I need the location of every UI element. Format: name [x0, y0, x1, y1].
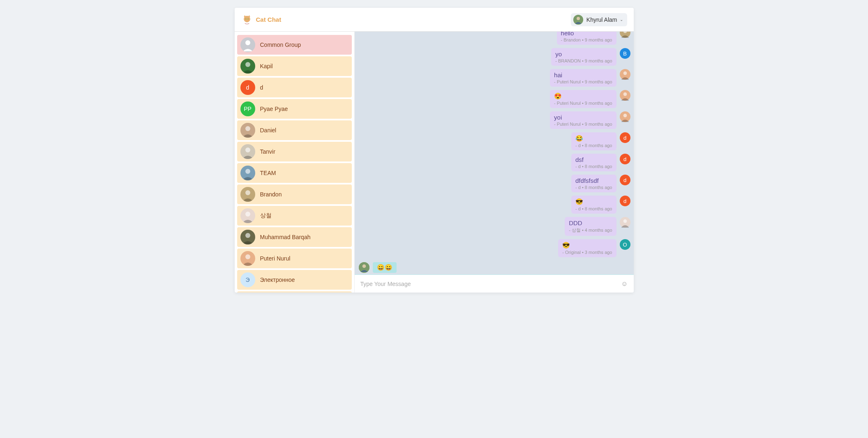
contact-name: Pyae Pyae [260, 106, 288, 112]
svg-point-2 [247, 18, 248, 19]
sidebar-item[interactable]: dd [237, 78, 352, 97]
message-bubble: dsf- d • 8 months ago [571, 154, 616, 171]
avatar [620, 90, 630, 101]
sidebar-item[interactable]: Brandon [237, 184, 352, 204]
message-text: hai [554, 71, 612, 78]
svg-point-11 [245, 212, 250, 217]
message-meta: - Puteri Nurul • 9 months ago [554, 101, 612, 106]
sidebar-item[interactable]: TEAM [237, 163, 352, 183]
svg-point-10 [245, 190, 250, 195]
message-row: dfdfsfsdf- d • 8 months agod [358, 175, 630, 192]
avatar [240, 208, 255, 223]
svg-point-13 [245, 254, 250, 259]
message-row: 😍- Puteri Nurul • 9 months ago [358, 90, 630, 108]
message-bubble: hai- Puteri Nurul • 9 months ago [550, 69, 616, 87]
message-input[interactable] [360, 281, 621, 287]
chevron-down-icon: ⌄ [620, 17, 623, 22]
header: Cat Chat Khyrul Alam ⌄ [235, 8, 634, 32]
message-row: 😂- d • 8 months agod [358, 132, 630, 150]
app-window: Cat Chat Khyrul Alam ⌄ Common GroupKapil… [235, 8, 634, 293]
sidebar-item[interactable]: Common Group [237, 35, 352, 55]
message-row: hai- Puteri Nurul • 9 months ago [358, 69, 630, 87]
message-bubble: dfdfsfsdf- d • 8 months ago [571, 175, 616, 192]
sidebar-item[interactable]: Kapil [237, 56, 352, 76]
avatar: PP [240, 101, 255, 116]
sidebar-item[interactable]: Daniel [237, 120, 352, 140]
avatar [620, 69, 630, 80]
message-bubble: DDD- 상철 • 4 months ago [565, 217, 616, 236]
message-meta: - Brandon • 9 months ago [561, 37, 612, 42]
sidebar-item[interactable]: 상철 [237, 206, 352, 226]
cat-logo-icon [241, 14, 253, 25]
message-bubble: yo- BRANDON • 9 months ago [551, 48, 616, 66]
avatar: O [620, 239, 630, 250]
contact-name: d [260, 84, 263, 91]
message-meta: - BRANDON • 9 months ago [555, 58, 612, 63]
svg-point-6 [245, 62, 250, 67]
svg-point-1 [245, 18, 246, 19]
message-bubble: 😎- Original • 3 months ago [558, 239, 616, 257]
message-meta: - Puteri Nurul • 9 months ago [554, 79, 612, 84]
chat-scroll[interactable]: hello- Brandon • 9 months agoyo- BRANDON… [355, 32, 634, 260]
message-row: yo- BRANDON • 9 months agoB [358, 48, 630, 66]
message-text: 😎 [562, 242, 612, 249]
svg-point-16 [623, 92, 627, 96]
sidebar-item[interactable]: Puteri Nurul [237, 249, 352, 268]
message-text: 😎 [575, 198, 612, 205]
message-meta: - d • 8 months ago [575, 143, 612, 148]
message-bubble: yoi- Puteri Nurul • 9 months ago [550, 111, 616, 129]
message-meta: - Original • 3 months ago [562, 250, 612, 255]
sidebar-item[interactable]: PPPyae Pyae [237, 99, 352, 119]
message-meta: - d • 8 months ago [575, 164, 612, 169]
contact-name: Электронное [260, 277, 295, 283]
message-meta: - Puteri Nurul • 9 months ago [554, 122, 612, 127]
message-meta: - d • 8 months ago [575, 185, 612, 190]
sidebar[interactable]: Common GroupKapilddPPPyae PyaeDanielTanv… [235, 32, 355, 293]
message-text: hello [561, 32, 612, 37]
svg-point-17 [623, 114, 627, 118]
sidebar-item[interactable]: ЭЭлектронное [237, 270, 352, 290]
message-text: dfdfsfsdf [575, 177, 612, 184]
message-text: yoi [554, 114, 612, 121]
contact-name: Daniel [260, 127, 277, 134]
avatar [620, 111, 630, 122]
contact-name: Common Group [260, 41, 301, 48]
sidebar-item[interactable]: Tanvir [237, 142, 352, 161]
avatar: d [620, 154, 630, 164]
message-row: hello- Brandon • 9 months ago [358, 32, 630, 45]
avatar: d [620, 196, 630, 206]
user-avatar [573, 15, 583, 25]
contact-name: Tanvir [260, 148, 275, 155]
svg-point-20 [362, 264, 366, 268]
user-menu[interactable]: Khyrul Alam ⌄ [571, 13, 627, 26]
message-bubble: hello- Brandon • 9 months ago [557, 32, 616, 45]
svg-point-8 [245, 148, 250, 152]
svg-point-18 [623, 219, 627, 223]
avatar [240, 144, 255, 159]
svg-point-5 [245, 40, 250, 45]
sidebar-item[interactable]: Muhammad Barqah [237, 227, 352, 247]
sidebar-item[interactable]: SShubham [237, 291, 352, 293]
message-meta: - 상철 • 4 months ago [569, 227, 612, 233]
message-row: 😎- Original • 3 months agoO [358, 239, 630, 257]
avatar [240, 251, 255, 266]
message-row: DDD- 상철 • 4 months ago [358, 217, 630, 236]
message-meta: - d • 8 months ago [575, 206, 612, 211]
message-text: dsf [575, 156, 612, 163]
avatar [240, 187, 255, 202]
message-text: DDD [569, 219, 612, 226]
message-bubble: 😎- d • 8 months ago [571, 196, 616, 214]
emoji-picker-icon[interactable]: ☺ [621, 280, 628, 288]
svg-point-4 [577, 17, 580, 20]
svg-point-15 [623, 71, 627, 75]
body: Common GroupKapilddPPPyae PyaeDanielTanv… [235, 32, 634, 293]
svg-point-9 [245, 169, 250, 174]
user-name: Khyrul Alam [586, 16, 617, 23]
avatar: Э [240, 272, 255, 287]
avatar [240, 166, 255, 180]
avatar [240, 123, 255, 138]
avatar: d [620, 132, 630, 143]
contact-name: TEAM [260, 170, 276, 176]
avatar: d [240, 80, 255, 95]
contact-name: Puteri Nurul [260, 255, 291, 262]
